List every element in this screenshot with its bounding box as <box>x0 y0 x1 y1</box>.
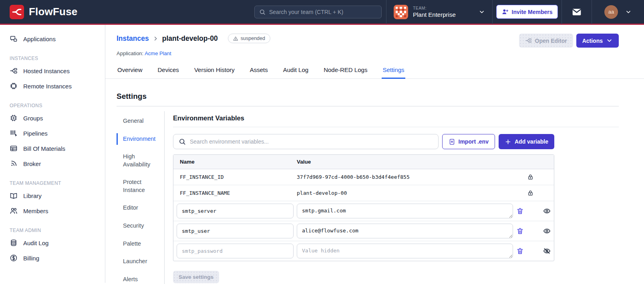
sidebar-item-pipelines[interactable]: Pipelines <box>0 126 105 141</box>
trash-icon <box>516 207 524 215</box>
settings-nav-environment[interactable]: Environment <box>117 133 164 145</box>
sidebar-item-audit-log[interactable]: Audit Log <box>0 235 105 250</box>
application-line: Application: Acme Plant <box>105 48 644 56</box>
env-search[interactable] <box>173 134 439 149</box>
sidebar-item-library[interactable]: Library <box>0 188 105 203</box>
sidebar-item-label: Broker <box>23 160 41 167</box>
sidebar-section-team-management: TEAM MANAGEMENT <box>0 180 105 186</box>
person-plus-icon <box>502 8 509 15</box>
groups-icon <box>10 114 18 122</box>
settings-nav-high-availability[interactable]: High Availability <box>117 151 164 170</box>
sidebar-item-members[interactable]: Members <box>0 203 105 218</box>
import-env-button[interactable]: Import .env <box>442 134 495 149</box>
sidebar-item-label: Hosted Instances <box>23 68 70 74</box>
remote-instances-icon <box>10 82 18 90</box>
team-switcher[interactable]: TEAM: Plant Enterprise <box>386 0 492 24</box>
sidebar-item-label: Groups <box>23 115 43 122</box>
settings-nav-palette[interactable]: Palette <box>117 238 164 250</box>
hosted-instances-icon <box>10 67 18 75</box>
notifications-button[interactable] <box>562 7 592 17</box>
tab-node-red-logs[interactable]: Node-RED Logs <box>323 62 368 79</box>
broker-icon <box>10 160 18 168</box>
import-env-label: Import .env <box>459 138 489 145</box>
settings-nav-security[interactable]: Security <box>117 220 164 232</box>
env-name-input[interactable] <box>177 244 294 258</box>
table-row: alice@flowfuse.com <box>173 221 554 241</box>
row-actions <box>516 207 551 215</box>
flowfuse-logo[interactable]: FlowFuse <box>0 5 87 19</box>
trash-icon <box>516 227 524 235</box>
env-value-input[interactable]: alice@flowfuse.com <box>297 224 513 238</box>
env-name-input[interactable] <box>177 224 294 238</box>
sidebar-item-label: Billing <box>23 255 39 262</box>
tab-settings[interactable]: Settings <box>382 62 405 79</box>
sidebar-item-remote-instances[interactable]: Remote Instances <box>0 78 105 94</box>
env-name-input[interactable] <box>177 204 294 218</box>
toggle-visibility-button[interactable] <box>543 227 551 235</box>
settings-nav-alerts[interactable]: Alerts <box>117 274 164 284</box>
chevron-down-icon <box>479 9 485 15</box>
pipelines-icon <box>10 129 18 137</box>
env-var-name: FF_INSTANCE_NAME <box>180 190 297 196</box>
tab-devices[interactable]: Devices <box>157 62 180 79</box>
env-value-input[interactable]: smtp.gmail.com <box>297 204 513 218</box>
invite-members-button[interactable]: Invite Members <box>496 5 558 19</box>
page-title: Settings <box>117 92 633 101</box>
toggle-visibility-button[interactable] <box>543 247 551 255</box>
tab-assets[interactable]: Assets <box>249 62 269 79</box>
tab-version-history[interactable]: Version History <box>193 62 235 79</box>
team-search-input[interactable] <box>269 9 377 15</box>
plus-icon <box>505 138 511 145</box>
editor-icon <box>525 37 532 44</box>
sidebar-item-bill-of-materials[interactable]: Bill Of Materials <box>0 141 105 156</box>
delete-variable-button[interactable] <box>516 207 524 215</box>
sidebar-item-broker[interactable]: Broker <box>0 156 105 171</box>
sidebar-item-applications[interactable]: Applications <box>0 31 105 46</box>
actions-label: Actions <box>582 38 603 44</box>
sidebar-section-instances: INSTANCES <box>0 56 105 61</box>
env-search-input[interactable] <box>190 138 433 145</box>
row-actions <box>513 174 547 180</box>
sidebar-section-operations: OPERATIONS <box>0 103 105 108</box>
tab-audit-log[interactable]: Audit Log <box>282 62 309 79</box>
user-menu[interactable]: aa <box>592 5 644 19</box>
team-search[interactable] <box>254 6 382 18</box>
sidebar-item-label: Bill Of Materials <box>23 145 65 152</box>
invite-members-label: Invite Members <box>512 9 553 15</box>
actions-button[interactable]: Actions <box>576 34 619 48</box>
audit-log-icon <box>10 239 18 247</box>
chevron-down-icon <box>606 37 613 44</box>
billing-icon <box>10 254 18 262</box>
delete-variable-button[interactable] <box>516 247 524 255</box>
brand-name: FlowFuse <box>29 6 78 18</box>
sidebar-item-groups[interactable]: Groups <box>0 110 105 126</box>
sidebar-item-label: Applications <box>23 36 56 42</box>
tab-overview[interactable]: Overview <box>117 62 143 79</box>
save-settings-button[interactable]: Save settings <box>173 271 219 283</box>
breadcrumb-instances-link[interactable]: Instances <box>117 34 149 43</box>
toggle-visibility-button[interactable] <box>543 207 551 215</box>
delete-variable-button[interactable] <box>516 227 524 235</box>
team-name: Plant Enterprise <box>413 11 474 18</box>
table-row: FF_INSTANCE_NAME plant-develop-00 <box>173 185 554 201</box>
team-label: TEAM: <box>413 6 474 10</box>
column-header-name: Name <box>180 159 297 165</box>
env-variables-table: Name Value FF_INSTANCE_ID 37f7d969-97cd-… <box>173 154 554 261</box>
open-editor-button[interactable]: Open Editor <box>519 34 573 48</box>
sidebar-item-hosted-instances[interactable]: Hosted Instances <box>0 63 105 78</box>
import-file-icon <box>449 138 455 145</box>
env-value-input[interactable] <box>297 244 513 258</box>
eye-off-icon <box>543 247 551 255</box>
table-row: smtp.gmail.com <box>173 201 554 221</box>
sidebar-item-billing[interactable]: Billing <box>0 250 105 266</box>
sidebar-item-label: Library <box>23 192 42 199</box>
team-avatar <box>394 5 408 19</box>
add-variable-button[interactable]: Add variable <box>499 134 554 149</box>
sidebar-item-label: Pipelines <box>23 130 48 137</box>
settings-nav-editor[interactable]: Editor <box>117 202 164 214</box>
settings-nav: General Environment High Availability Pr… <box>117 111 165 284</box>
settings-nav-protect-instance[interactable]: Protect Instance <box>117 176 164 196</box>
application-link[interactable]: Acme Plant <box>145 50 171 56</box>
settings-nav-general[interactable]: General <box>117 115 164 127</box>
settings-nav-launcher[interactable]: Launcher <box>117 256 164 268</box>
